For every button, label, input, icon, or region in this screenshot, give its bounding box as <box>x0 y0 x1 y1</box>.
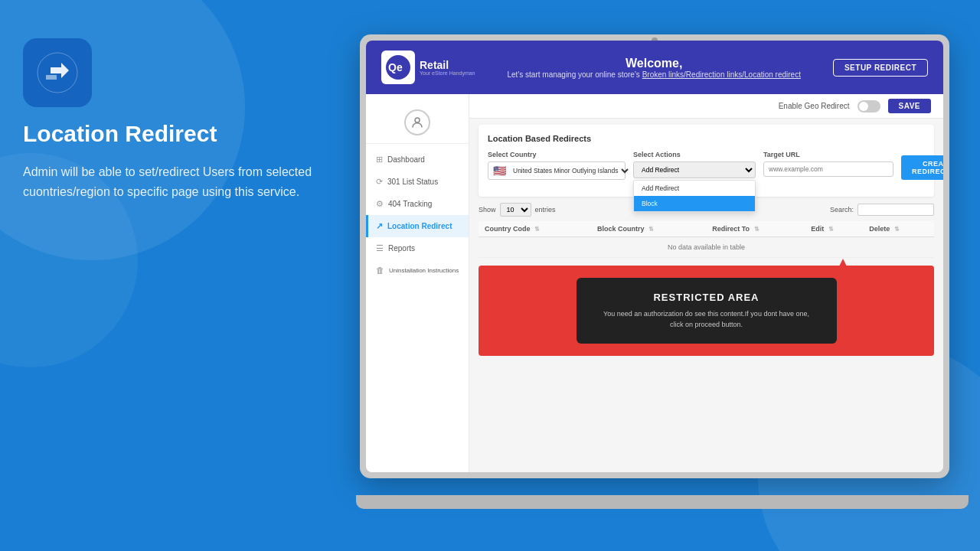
header-subtitle: Let's start managing your online store's… <box>475 70 833 79</box>
brand-logo-box <box>23 38 92 107</box>
show-entries: Show 10 25 50 entries <box>479 203 556 217</box>
redirect-icon <box>37 52 78 93</box>
tracking-icon: ⚙ <box>376 199 384 209</box>
target-url-input[interactable] <box>763 161 893 177</box>
col-edit: Edit ⇅ <box>805 221 863 237</box>
actions-dropdown: Add Redirect Block <box>633 180 756 212</box>
geo-redirect-label: Enable Geo Redirect <box>779 102 850 110</box>
create-redirection-button[interactable]: CREATE REDIRECTION <box>901 155 943 180</box>
sidebar-item-reports[interactable]: ☰ Reports <box>366 237 469 259</box>
actions-field-group: Select Actions Add Redirect Block Add Re… <box>633 151 756 178</box>
svg-text:Qe: Qe <box>388 61 403 73</box>
dropdown-arrow-indicator <box>835 259 851 305</box>
sidebar: ⊞ Dashboard ⟳ 301 List Status ⚙ 404 Trac… <box>366 94 469 472</box>
sidebar-item-dashboard[interactable]: ⊞ Dashboard <box>366 148 469 171</box>
app-logo: Qe Retail Your eStore Handyman <box>381 51 475 84</box>
sidebar-item-404-tracking[interactable]: ⚙ 404 Tracking <box>366 193 469 215</box>
country-select[interactable]: United States Minor Outlying Islands <box>510 166 631 175</box>
country-field-group: Select Country 🇺🇸 United States Minor Ou… <box>488 151 626 180</box>
redirects-panel: Location Based Redirects Select Country … <box>479 125 934 197</box>
search-label: Search: <box>830 206 854 214</box>
sidebar-item-location-redirect[interactable]: ↗ Location Redirect <box>366 215 469 237</box>
sort-icon[interactable]: ⇅ <box>534 226 540 233</box>
table-search-input[interactable] <box>858 204 934 216</box>
country-select-wrapper: 🇺🇸 United States Minor Outlying Islands <box>488 161 626 180</box>
sidebar-item-label: Reports <box>388 244 415 253</box>
content-area: Enable Geo Redirect SAVE Location Based … <box>469 94 943 472</box>
app-header: Qe Retail Your eStore Handyman Welcome, … <box>366 41 943 94</box>
reports-icon: ☰ <box>376 243 384 253</box>
no-data-message: No data available in table <box>479 237 934 258</box>
restricted-box: RESTRICTED AREA You need an authorizatio… <box>577 278 837 344</box>
user-icon <box>410 116 424 129</box>
geo-redirect-toggle[interactable] <box>858 100 880 112</box>
sidebar-item-label: Dashboard <box>387 155 425 164</box>
save-button[interactable]: SAVE <box>888 99 932 113</box>
geo-redirect-bar: Enable Geo Redirect SAVE <box>469 94 943 119</box>
dashboard-icon: ⊞ <box>376 155 383 165</box>
avatar <box>404 109 430 135</box>
target-url-group: Target URL <box>763 151 893 177</box>
restricted-title: RESTRICTED AREA <box>599 292 814 303</box>
header-center: Welcome, Let's start managing your onlin… <box>475 57 833 79</box>
panel-title: Location Based Redirects <box>488 134 925 143</box>
sidebar-item-label: 404 Tracking <box>388 200 432 208</box>
sidebar-item-uninstallation[interactable]: 🗑 Uninstallation Instructions <box>366 259 469 281</box>
table-row-empty: No data available in table <box>479 237 934 258</box>
sort-icon[interactable]: ⇅ <box>648 226 654 233</box>
restricted-section: RESTRICTED AREA You need an authorizatio… <box>479 266 934 356</box>
app-logo-icon: Qe <box>381 51 415 84</box>
qeretail-logo-icon: Qe <box>385 54 411 80</box>
laptop-container: Qe Retail Your eStore Handyman Welcome, … <box>360 34 965 509</box>
sidebar-item-301-list[interactable]: ⟳ 301 List Status <box>366 171 469 193</box>
app-logo-text: Retail Your eStore Handyman <box>420 60 475 76</box>
list-status-icon: ⟳ <box>376 177 383 187</box>
table-search-wrap: Search: <box>830 204 934 216</box>
left-panel-description: Admin will be able to set/redirect Users… <box>23 162 314 201</box>
dropdown-item-block[interactable]: Block <box>634 196 755 211</box>
col-delete: Delete ⇅ <box>863 221 934 237</box>
data-table: Country Code ⇅ Block Country ⇅ Redirect … <box>479 221 934 258</box>
header-welcome: Welcome, <box>475 57 833 70</box>
setup-redirect-button[interactable]: SETUP REDIRECT <box>833 59 928 77</box>
entries-per-page-select[interactable]: 10 25 50 <box>500 203 531 217</box>
laptop-screen: Qe Retail Your eStore Handyman Welcome, … <box>360 34 949 478</box>
country-label: Select Country <box>488 151 626 158</box>
show-label: Show <box>479 206 496 214</box>
svg-point-3 <box>415 118 420 122</box>
sidebar-item-label: 301 List Status <box>387 178 438 186</box>
target-url-label: Target URL <box>763 151 893 158</box>
col-country-code: Country Code ⇅ <box>479 221 591 237</box>
redirect-form-row: Select Country 🇺🇸 United States Minor Ou… <box>488 151 925 180</box>
col-redirect-to: Redirect To ⇅ <box>706 221 805 237</box>
laptop-base <box>356 495 969 509</box>
sidebar-avatar-section <box>366 102 469 144</box>
restricted-text: You need an authorization do see this co… <box>599 309 814 330</box>
entries-label: entries <box>535 206 556 214</box>
col-block-country: Block Country ⇅ <box>591 221 706 237</box>
sort-icon[interactable]: ⇅ <box>754 226 760 233</box>
sidebar-item-label: Location Redirect <box>387 222 452 230</box>
sidebar-item-label: Uninstallation Instructions <box>389 267 459 274</box>
actions-select[interactable]: Add Redirect Block <box>633 161 756 178</box>
uninstall-icon: 🗑 <box>376 266 384 275</box>
svg-marker-5 <box>839 259 847 266</box>
sort-icon[interactable]: ⇅ <box>828 226 834 233</box>
actions-label: Select Actions <box>633 151 756 158</box>
left-panel: Location Redirect Admin will be able to … <box>23 38 314 201</box>
left-panel-title: Location Redirect <box>23 121 314 147</box>
toggle-knob <box>859 102 868 111</box>
app-body: ⊞ Dashboard ⟳ 301 List Status ⚙ 404 Trac… <box>366 94 943 472</box>
us-flag-icon: 🇺🇸 <box>493 165 506 177</box>
app-window: Qe Retail Your eStore Handyman Welcome, … <box>366 41 943 472</box>
dropdown-item-add-redirect[interactable]: Add Redirect <box>634 181 755 196</box>
sort-icon[interactable]: ⇅ <box>894 226 900 233</box>
location-redirect-icon: ↗ <box>376 221 383 231</box>
